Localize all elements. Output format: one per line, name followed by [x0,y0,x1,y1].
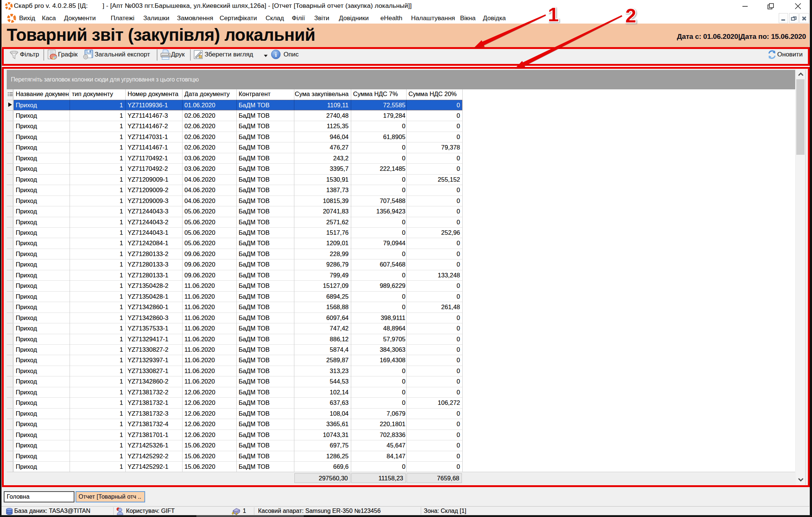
svg-text:i: i [275,51,277,58]
